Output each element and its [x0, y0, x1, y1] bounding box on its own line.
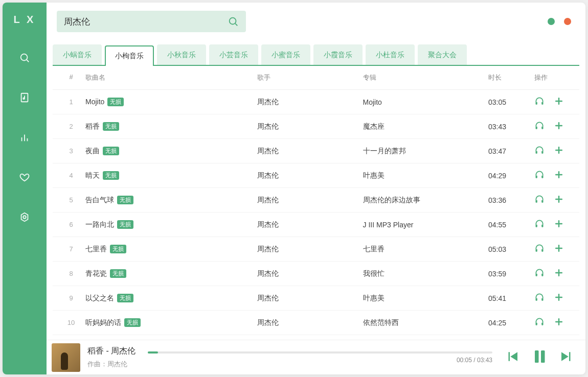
add-button[interactable] [554, 292, 564, 304]
prev-button[interactable] [505, 349, 520, 366]
search-icon[interactable] [228, 16, 239, 27]
row-actions [534, 317, 575, 328]
row-song-name: Mojito无损 [85, 98, 257, 106]
svg-point-0 [21, 54, 28, 61]
add-button[interactable] [554, 121, 564, 132]
table-row[interactable]: 10听妈妈的话无损周杰伦依然范特西04:25 [53, 311, 579, 335]
app-logo: L X [14, 14, 36, 26]
table-row[interactable]: 6一路向北无损周杰伦J III MP3 Player04:55 [53, 213, 579, 237]
svg-rect-42 [536, 298, 537, 301]
tab-2[interactable]: 小秋音乐 [157, 44, 206, 65]
pause-button[interactable] [530, 347, 549, 368]
tab-3[interactable]: 小芸音乐 [209, 44, 258, 65]
col-ops: 操作 [534, 73, 575, 82]
add-button[interactable] [554, 219, 564, 230]
progress-fill [148, 351, 158, 354]
add-icon [554, 194, 564, 204]
row-album: 魔杰座 [363, 122, 488, 131]
row-song-name: 听妈妈的话无损 [85, 318, 257, 327]
listen-button[interactable] [534, 145, 545, 157]
tab-4[interactable]: 小蜜音乐 [261, 44, 310, 65]
tab-6[interactable]: 小杜音乐 [366, 44, 415, 65]
nav-favorites[interactable] [13, 166, 36, 189]
tab-1[interactable]: 小枸音乐 [105, 45, 154, 66]
table-row[interactable]: 8青花瓷无损周杰伦我很忙03:59 [53, 262, 579, 286]
row-artist: 周杰伦 [257, 122, 363, 131]
row-actions [534, 219, 575, 230]
svg-rect-38 [536, 274, 537, 276]
svg-rect-55 [541, 350, 545, 363]
row-index: 5 [57, 196, 85, 204]
album-cover[interactable] [52, 343, 80, 372]
row-index: 7 [57, 245, 85, 253]
row-album: 叶惠美 [363, 294, 488, 303]
row-duration: 05:03 [488, 245, 534, 253]
row-actions [534, 96, 575, 108]
add-button[interactable] [554, 317, 564, 328]
window-dots [548, 18, 571, 25]
nav-charts[interactable] [13, 126, 36, 149]
table-row[interactable]: 1Mojito无损周杰伦Mojito03:05 [53, 90, 579, 114]
table-row[interactable]: 5告白气球无损周杰伦周杰伦的床边故事03:36 [53, 188, 579, 213]
row-song-name: 一路向北无损 [85, 220, 257, 229]
listen-button[interactable] [534, 292, 545, 304]
table-row[interactable]: 2稻香无损周杰伦魔杰座03:43 [53, 114, 579, 139]
add-button[interactable] [554, 145, 564, 157]
progress-bar[interactable] [148, 351, 492, 354]
row-duration: 04:29 [488, 172, 534, 180]
table-row[interactable]: 7七里香无损周杰伦七里香05:03 [53, 237, 579, 262]
row-album: 周杰伦的床边故事 [363, 196, 488, 205]
add-button[interactable] [554, 268, 564, 279]
svg-line-1 [27, 60, 29, 62]
listen-button[interactable] [534, 194, 545, 206]
tab-7[interactable]: 聚合大会 [418, 44, 467, 65]
listen-button[interactable] [534, 96, 545, 108]
row-artist: 周杰伦 [257, 318, 363, 327]
listen-icon [534, 170, 545, 180]
next-button[interactable] [559, 349, 574, 366]
listen-button[interactable] [534, 121, 545, 132]
nav-music-list[interactable] [13, 86, 36, 109]
svg-rect-19 [541, 151, 543, 154]
listen-button[interactable] [534, 268, 545, 279]
col-album: 专辑 [363, 73, 488, 82]
close-dot[interactable] [564, 18, 571, 25]
lossless-badge: 无损 [103, 147, 119, 155]
listen-button[interactable] [534, 170, 545, 181]
row-index: 4 [57, 172, 85, 179]
minimize-dot[interactable] [548, 18, 555, 25]
lossless-badge: 无损 [103, 122, 119, 131]
table-row[interactable]: 11给我一首歌的时间无损周杰伦魔杰座04:13 [53, 335, 579, 340]
table-row[interactable]: 4晴天无损周杰伦叶惠美04:29 [53, 163, 579, 188]
add-button[interactable] [554, 194, 564, 206]
listen-icon [534, 292, 545, 302]
lossless-badge: 无损 [117, 196, 133, 204]
svg-rect-27 [541, 200, 543, 203]
listen-button[interactable] [534, 317, 545, 328]
svg-rect-14 [536, 127, 537, 129]
add-button[interactable] [554, 243, 564, 255]
add-button[interactable] [554, 96, 564, 108]
listen-icon [534, 268, 545, 278]
search-box[interactable] [57, 11, 246, 32]
listen-button[interactable] [534, 243, 545, 255]
tab-5[interactable]: 小霞音乐 [313, 44, 363, 65]
search-input[interactable] [64, 16, 228, 27]
add-icon [554, 292, 564, 302]
nav-settings[interactable] [13, 205, 36, 229]
table-row[interactable]: 9以父之名无损周杰伦叶惠美05:41 [53, 286, 579, 311]
lossless-badge: 无损 [117, 220, 133, 229]
nav-search[interactable] [13, 46, 36, 69]
add-button[interactable] [554, 170, 564, 181]
lossless-badge: 无损 [110, 269, 126, 278]
listen-button[interactable] [534, 219, 545, 230]
player-controls [505, 347, 574, 368]
row-duration: 03:05 [488, 98, 534, 106]
add-icon [554, 243, 564, 253]
row-album: 叶惠美 [363, 171, 488, 180]
table-row[interactable]: 3夜曲无损周杰伦十一月的萧邦03:47 [53, 139, 579, 163]
lossless-badge: 无损 [117, 294, 133, 302]
svg-rect-11 [541, 102, 543, 105]
add-icon [554, 121, 564, 131]
tab-0[interactable]: 小蜗音乐 [53, 44, 102, 65]
